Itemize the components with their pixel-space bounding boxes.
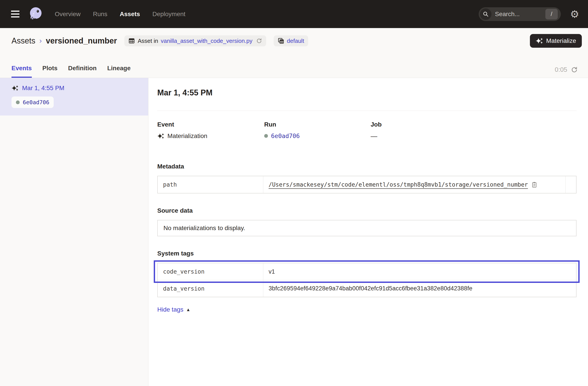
caret-up-icon: ▲ (186, 307, 190, 312)
reload-definition-icon[interactable] (256, 38, 262, 44)
metadata-path-link[interactable]: /Users/smackesey/stm/code/elementl/oss/t… (269, 181, 528, 188)
tag-key: data_version (158, 280, 263, 297)
sparkle-icon (536, 37, 543, 45)
top-navbar: Overview Runs Assets Deployment / ⚙ (0, 0, 588, 28)
search-icon (480, 8, 491, 20)
system-tags-heading: System tags (157, 250, 577, 257)
nav-item-runs[interactable]: Runs (93, 11, 107, 18)
source-data-heading: Source data (157, 207, 577, 214)
primary-nav: Overview Runs Assets Deployment (55, 11, 185, 18)
metadata-key: path (158, 176, 263, 193)
search-input[interactable] (495, 11, 545, 18)
tag-value: v1 (269, 268, 275, 275)
system-tags-table: code_version v1 data_version 3bfc269594e… (157, 263, 577, 297)
code-location-label: default (287, 38, 304, 44)
event-type-value: Materialization (168, 132, 208, 140)
nav-item-assets[interactable]: Assets (120, 11, 140, 18)
hamburger-menu-icon[interactable] (11, 11, 20, 18)
code-location-chip[interactable]: default (274, 35, 308, 46)
asset-tabs: Events Plots Definition Lineage (11, 65, 130, 78)
tag-key: code_version (158, 263, 263, 280)
run-id-link[interactable]: 6e0ad706 (271, 132, 300, 139)
empty-message: No materializations to display. (164, 224, 245, 232)
search-shortcut-key: / (545, 9, 558, 20)
refresh-countdown: 0:05 (555, 66, 567, 73)
nav-item-overview[interactable]: Overview (55, 11, 81, 18)
dagster-logo-icon[interactable] (27, 6, 44, 22)
tab-events[interactable]: Events (11, 65, 32, 78)
materialize-button[interactable]: Materialize (530, 34, 582, 48)
table-row: path /Users/smackesey/stm/code/elementl/… (158, 176, 576, 193)
asset-chip-prefix: Asset in (138, 38, 158, 44)
table-row-data-version: data_version 3bfc269594ef649228e9a74bab0… (158, 280, 576, 297)
run-status-dot (16, 101, 20, 104)
refresh-icon[interactable] (571, 66, 578, 73)
metadata-table: path /Users/smackesey/stm/code/elementl/… (157, 176, 577, 193)
event-column-label: Event (157, 121, 264, 128)
events-sidebar: Mar 1, 4:55 PM 6e0ad706 (0, 78, 148, 386)
topnav-right: / ⚙ (479, 7, 579, 21)
hide-tags-link[interactable]: Hide tags ▲ (157, 306, 190, 313)
breadcrumb-current-asset: versioned_number (46, 36, 117, 45)
materialization-sparkle-icon (11, 84, 19, 92)
run-column-label: Run (264, 121, 371, 128)
code-location-icon (278, 38, 284, 44)
asset-table-icon (128, 38, 135, 44)
source-data-empty-state: No materializations to display. (157, 220, 577, 236)
breadcrumb-assets-link[interactable]: Assets (11, 36, 35, 45)
asset-definition-chip[interactable]: Asset in vanilla_asset_with_code_version… (124, 35, 266, 46)
job-value: — (371, 132, 377, 140)
table-row-code-version: code_version v1 (158, 263, 576, 280)
hide-tags-label: Hide tags (157, 306, 183, 313)
breadcrumb: Assets › versioned_number (11, 36, 117, 45)
run-id-chip[interactable]: 6e0ad706 (11, 97, 54, 108)
nav-item-deployment[interactable]: Deployment (152, 11, 185, 18)
asset-page-header: Assets › versioned_number Asset in vanil… (0, 28, 588, 78)
tab-definition[interactable]: Definition (68, 65, 97, 78)
event-timestamp[interactable]: Mar 1, 4:55 PM (22, 84, 64, 92)
copy-to-clipboard-icon[interactable] (531, 181, 538, 188)
metadata-heading: Metadata (157, 163, 577, 170)
event-title: Mar 1, 4:55 PM (157, 88, 577, 97)
run-id-label: 6e0ad706 (23, 99, 49, 105)
materialize-button-label: Materialize (546, 37, 576, 44)
job-column-label: Job (371, 121, 577, 128)
tab-plots[interactable]: Plots (42, 65, 57, 78)
table-actions-cell (566, 176, 576, 193)
divider (157, 111, 577, 111)
chevron-right-icon: › (39, 36, 42, 45)
tag-value: 3bfc269594ef649228e9a74bab00f042efc91d5a… (269, 285, 472, 292)
event-detail-panel: Mar 1, 4:55 PM Event Materialization Run… (148, 78, 588, 386)
tab-lineage[interactable]: Lineage (107, 65, 130, 78)
event-list-item-selected[interactable]: Mar 1, 4:55 PM 6e0ad706 (0, 78, 148, 116)
global-search[interactable]: / (479, 7, 561, 21)
settings-gear-icon[interactable]: ⚙ (570, 9, 579, 19)
run-status-dot (264, 134, 268, 138)
materialization-sparkle-icon (157, 132, 164, 140)
asset-definition-file-link[interactable]: vanilla_asset_with_code_version.py (161, 38, 252, 44)
event-summary: Event Materialization Run 6e0ad706 Job — (157, 121, 577, 140)
